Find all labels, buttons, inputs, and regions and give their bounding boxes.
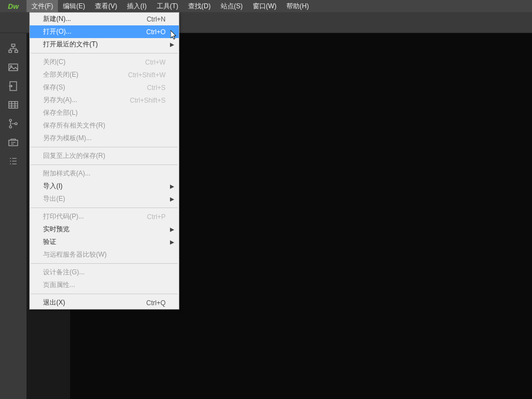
dropdown-shortcut: Ctrl+W (145, 58, 166, 66)
image-icon[interactable] (8, 62, 19, 73)
dropdown-item[interactable]: 打开最近的文件(T)▶ (30, 38, 179, 51)
dropdown-item: 页面属性... (30, 279, 179, 291)
dropdown-item-label: 打开最近的文件(T) (43, 40, 166, 49)
dropdown-item: 全部关闭(E)Ctrl+Shift+W (30, 68, 179, 81)
dropdown-item: 导出(E)▶ (30, 193, 179, 205)
dropdown-item: 保存全部(L) (30, 107, 179, 119)
dropdown-shortcut: Ctrl+N (147, 15, 166, 23)
tree-icon[interactable] (8, 118, 19, 129)
hierarchy-icon[interactable] (8, 43, 19, 54)
dropdown-shortcut: Ctrl+Q (146, 299, 166, 307)
dropdown-item-label: 设计备注(G)... (43, 268, 166, 277)
chevron-right-icon: ▶ (170, 239, 174, 245)
dropdown-item-label: 关闭(C) (43, 57, 145, 67)
menu-item-7[interactable]: 窗口(W) (248, 0, 281, 12)
menu-item-5[interactable]: 查找(D) (183, 0, 216, 12)
menu-item-2[interactable]: 查看(V) (90, 0, 122, 12)
svg-point-7 (9, 119, 12, 121)
dropdown-item-label: 退出(X) (43, 298, 146, 307)
dropdown-item-label: 另存为(A)... (43, 95, 130, 105)
grid-icon[interactable] (8, 99, 19, 110)
app-logo: Dw (0, 0, 26, 12)
svg-point-8 (9, 126, 12, 128)
dropdown-shortcut: Ctrl+P (147, 213, 166, 221)
dropdown-item-label: 导入(I) (43, 182, 166, 191)
dropdown-item: 与远程服务器比较(W) (30, 248, 179, 261)
menu-item-4[interactable]: 工具(T) (152, 0, 183, 12)
dropdown-item[interactable]: 验证▶ (30, 236, 179, 248)
dropdown-item-label: 全部关闭(E) (43, 70, 128, 79)
dropdown-shortcut: Ctrl+S (147, 84, 166, 92)
dropdown-item[interactable]: 退出(X)Ctrl+Q (30, 296, 179, 309)
menu-item-3[interactable]: 插入(I) (122, 0, 151, 12)
menu-item-1[interactable]: 编辑(E) (58, 0, 90, 12)
dropdown-item[interactable]: 打开(O)...Ctrl+O (30, 25, 179, 38)
dropdown-item: 附加样式表(A)... (30, 167, 179, 180)
dropdown-item-label: 打开(O)... (43, 27, 146, 36)
dropdown-item: 回复至上次的保存(R) (30, 150, 179, 162)
dropdown-item-label: 验证 (43, 237, 166, 247)
menu-item-8[interactable]: 帮助(H) (281, 0, 314, 12)
menubar: Dw 文件(F)编辑(E)查看(V)插入(I)工具(T)查找(D)站点(S)窗口… (0, 0, 532, 12)
sidebar (0, 33, 26, 399)
dropdown-separator (31, 53, 178, 54)
dropdown-item: 保存所有相关文件(R) (30, 119, 179, 132)
dropdown-item-label: 实时预览 (43, 225, 166, 234)
dropdown-item[interactable]: 导入(I)▶ (30, 180, 179, 193)
dropdown-item-label: 打印代码(P)... (43, 212, 147, 221)
chevron-right-icon: ▶ (170, 183, 174, 189)
svg-rect-2 (15, 50, 18, 52)
dropdown-item: 另存为模板(M)... (30, 132, 179, 145)
dropdown-shortcut: Ctrl+Shift+W (128, 71, 166, 79)
menu-item-0[interactable]: 文件(F) (26, 0, 58, 12)
dropdown-item: 另存为(A)...Ctrl+Shift+S (30, 94, 179, 107)
svg-rect-0 (12, 44, 15, 46)
dropdown-item-label: 另存为模板(M)... (43, 134, 166, 143)
dropdown-separator (31, 294, 178, 294)
dropdown-item[interactable]: 实时预览▶ (30, 223, 179, 236)
dropdown-item[interactable]: 新建(N)...Ctrl+N (30, 13, 179, 25)
dropdown-item: 保存(S)Ctrl+S (30, 81, 179, 94)
list-icon[interactable] (8, 156, 19, 167)
insert-icon[interactable] (8, 81, 19, 92)
dropdown-separator (31, 263, 178, 264)
dropdown-separator (31, 208, 178, 208)
chevron-right-icon: ▶ (170, 41, 174, 47)
chevron-right-icon: ▶ (170, 196, 174, 202)
dropdown-item: 打印代码(P)...Ctrl+P (30, 210, 179, 223)
dropdown-separator (31, 147, 178, 147)
svg-rect-3 (9, 64, 18, 71)
dropdown-item-label: 与远程服务器比较(W) (43, 250, 166, 259)
dropdown-item: 关闭(C)Ctrl+W (30, 56, 179, 68)
dropdown-shortcut: Ctrl+O (146, 28, 166, 36)
dropdown-item: 设计备注(G)... (30, 266, 179, 279)
file-menu-dropdown: 新建(N)...Ctrl+N打开(O)...Ctrl+O打开最近的文件(T)▶关… (29, 12, 179, 310)
svg-point-9 (15, 123, 17, 125)
dropdown-item-label: 保存所有相关文件(R) (43, 121, 166, 130)
menu-item-6[interactable]: 站点(S) (216, 0, 248, 12)
dropdown-item-label: 保存全部(L) (43, 108, 166, 118)
dropdown-item-label: 页面属性... (43, 280, 166, 290)
dropdown-item-label: 导出(E) (43, 194, 166, 204)
dropdown-item-label: 回复至上次的保存(R) (43, 151, 166, 161)
svg-rect-10 (9, 140, 18, 146)
dropdown-shortcut: Ctrl+Shift+S (130, 97, 166, 104)
dropdown-item-label: 保存(S) (43, 83, 147, 92)
dropdown-item-label: 新建(N)... (43, 14, 147, 24)
svg-rect-1 (9, 50, 12, 52)
dropdown-item-label: 附加样式表(A)... (43, 169, 166, 178)
chevron-right-icon: ▶ (170, 226, 174, 232)
svg-rect-6 (9, 102, 18, 108)
settings-icon[interactable] (8, 137, 19, 148)
dropdown-separator (31, 164, 178, 165)
